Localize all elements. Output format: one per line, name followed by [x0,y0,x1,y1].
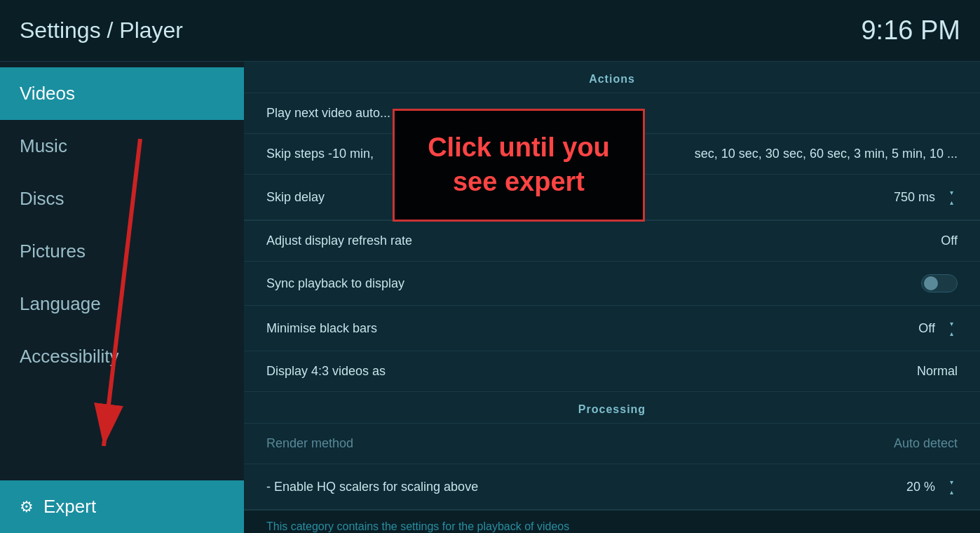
sidebar-item-expert[interactable]: ⚙ Expert [0,480,244,533]
hq-scalers-up-arrow[interactable]: ▴ [945,487,958,497]
setting-value-sync-playback [921,274,958,292]
hq-scalers-down-arrow[interactable]: ▾ [945,477,958,487]
setting-label-render-method: Render method [266,436,353,451]
minimise-bars-down-arrow[interactable]: ▾ [945,318,958,328]
sidebar-item-videos[interactable]: Videos [0,67,244,120]
sync-playback-toggle[interactable] [921,274,958,292]
setting-label-skip-steps: Skip steps -10 min, [266,147,374,161]
setting-display-43[interactable]: Display 4:3 videos as Normal [244,351,980,392]
setting-value-display-43: Normal [917,364,958,379]
tooltip-box: Click until you see expert [393,109,645,222]
setting-label-adjust-refresh: Adjust display refresh rate [266,234,412,248]
setting-value-skip-steps: sec, 10 sec, 30 sec, 60 sec, 3 min, 5 mi… [695,147,958,161]
setting-label-play-next: Play next video auto... [266,106,390,121]
setting-label-skip-delay: Skip delay [266,190,325,205]
setting-value-hq-scalers: 20 % ▾ ▴ [906,477,958,497]
skip-delay-arrows[interactable]: ▾ ▴ [945,187,958,207]
setting-sync-playback[interactable]: Sync playback to display [244,262,980,306]
setting-label-display-43: Display 4:3 videos as [266,364,386,379]
sidebar-nav: Videos Music Discs Pictures Language Acc… [0,62,244,383]
sidebar-item-discs[interactable]: Discs [0,173,244,225]
setting-value-adjust-refresh: Off [941,234,958,248]
sidebar: Videos Music Discs Pictures Language Acc… [0,62,244,533]
sidebar-item-music[interactable]: Music [0,120,244,173]
sidebar-item-language[interactable]: Language [0,278,244,330]
toggle-knob [924,276,938,290]
skip-delay-up-arrow[interactable]: ▴ [945,197,958,207]
setting-value-render-method: Auto detect [894,436,958,451]
setting-hq-scalers[interactable]: - Enable HQ scalers for scaling above 20… [244,464,980,510]
setting-label-hq-scalers: - Enable HQ scalers for scaling above [266,480,478,494]
page-title: Settings / Player [20,18,183,43]
header: Settings / Player 9:16 PM [0,0,980,62]
hq-scalers-arrows[interactable]: ▾ ▴ [945,477,958,497]
minimise-bars-arrows[interactable]: ▾ ▴ [945,318,958,338]
setting-render-method: Render method Auto detect [244,424,980,464]
section-header-actions: Actions [244,62,980,93]
setting-adjust-refresh[interactable]: Adjust display refresh rate Off [244,221,980,262]
description-bar: This category contains the settings for … [244,510,980,533]
minimise-bars-up-arrow[interactable]: ▴ [945,328,958,338]
setting-label-minimise-bars: Minimise black bars [266,321,377,336]
sidebar-item-pictures[interactable]: Pictures [0,225,244,278]
skip-delay-down-arrow[interactable]: ▾ [945,187,958,197]
setting-minimise-bars[interactable]: Minimise black bars Off ▾ ▴ [244,306,980,351]
gear-icon: ⚙ [20,498,34,516]
setting-label-sync-playback: Sync playback to display [266,276,404,291]
section-header-processing: Processing [244,392,980,424]
setting-value-minimise-bars: Off ▾ ▴ [918,318,958,338]
sidebar-item-accessibility[interactable]: Accessibility [0,330,244,383]
clock: 9:16 PM [861,15,960,46]
setting-value-skip-delay: 750 ms ▾ ▴ [894,187,958,207]
